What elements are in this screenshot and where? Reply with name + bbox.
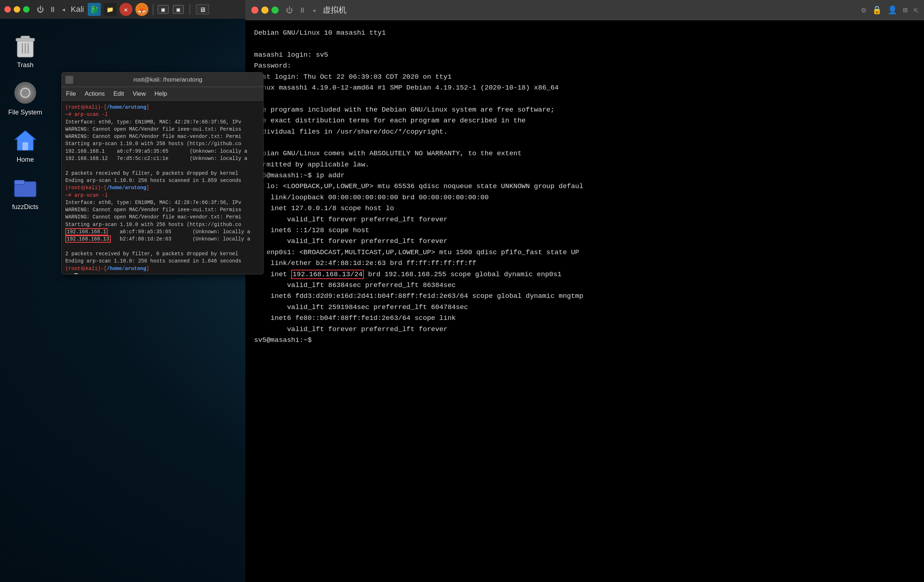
vm-settings-icon[interactable]: ⚙ — [861, 5, 866, 15]
terminal-icon — [65, 76, 73, 84]
kali-topbar: ⏻ ⏸ ◂ Kali 🐉 📁 ✕ 🦊 ▣ ▣ 🖥 — [0, 0, 246, 19]
kali-window-title: Kali — [71, 5, 84, 14]
kali-minimize-button[interactable] — [14, 6, 20, 13]
vm-traffic-lights — [251, 7, 279, 14]
fuzzdicts-svg — [14, 177, 37, 197]
kali-red-icon[interactable]: ✕ — [119, 3, 132, 16]
vm-maximize-button[interactable] — [271, 7, 279, 14]
firefox-icon[interactable]: 🦊 — [135, 3, 148, 16]
kali-term-title: root@kali: /home/arutong — [76, 76, 259, 83]
vm-power-icon[interactable]: ⏻ — [286, 6, 293, 15]
trash-icon[interactable]: Trash — [12, 33, 38, 69]
vm-user-icon[interactable]: 👤 — [888, 5, 897, 15]
vm-lock-icon[interactable]: 🔒 — [872, 5, 882, 15]
kali-term-titlebar: root@kali: /home/arutong — [62, 73, 263, 87]
home-icon[interactable]: Home — [12, 127, 38, 164]
vm-close-button[interactable] — [251, 7, 258, 14]
kali-traffic-lights — [4, 6, 30, 13]
vm-external-icon[interactable]: ⇱ — [914, 5, 918, 15]
home-svg — [14, 129, 37, 151]
kali-maximize-button[interactable] — [23, 6, 30, 13]
kali-close-button[interactable] — [4, 6, 11, 13]
kali-term-body[interactable]: (root㉿kali)-[/home/arutong] ─# arp-scan … — [62, 101, 263, 274]
vm-titlebar-right: ⚙ 🔒 👤 ⊞ ⇱ — [861, 5, 918, 15]
svg-rect-9 — [15, 180, 25, 185]
kali-term-menubar: File Actions Edit View Help — [62, 87, 263, 101]
trash-svg — [15, 33, 36, 58]
back-icon[interactable]: ◂ — [61, 5, 66, 14]
dragon-icon[interactable]: 🐉 — [88, 3, 101, 16]
vm-window-controls: ⏻ ⏸ ◂ — [286, 6, 316, 15]
menu-actions[interactable]: Actions — [84, 90, 105, 98]
trash-image — [12, 33, 38, 58]
vm-window: ⏻ ⏸ ◂ 虚拟机 ⚙ 🔒 👤 ⊞ ⇱ Debian GNU/Linux 10 … — [246, 0, 924, 582]
home-label: Home — [16, 156, 34, 164]
fs-inner-circle — [20, 88, 30, 98]
trash-label: Trash — [17, 61, 33, 69]
vm-back-icon[interactable]: ◂ — [312, 6, 316, 15]
vm-resize-icon[interactable]: ⊞ — [903, 5, 908, 15]
desktop: ⏻ ⏸ ◂ Kali 🐉 📁 ✕ 🦊 ▣ ▣ 🖥 — [0, 0, 924, 582]
menu-file[interactable]: File — [66, 90, 76, 98]
svg-rect-2 — [16, 38, 35, 41]
desktop-icons-area: Trash File System Home — [0, 25, 51, 218]
separator2 — [190, 4, 190, 15]
vm-titlebar: ⏻ ⏸ ◂ 虚拟机 ⚙ 🔒 👤 ⊞ ⇱ — [246, 0, 924, 20]
filesystem-icon[interactable]: File System — [8, 80, 42, 116]
vm-minimize-button[interactable] — [261, 7, 269, 14]
vm-pause-icon[interactable]: ⏸ — [299, 6, 306, 15]
svg-rect-7 — [22, 142, 28, 150]
vm-body[interactable]: Debian GNU/Linux 10 masashi tty1 masashi… — [246, 20, 924, 582]
separator — [153, 4, 153, 15]
folder-icon[interactable]: 📁 — [104, 3, 117, 16]
kali-taskbar: 🐉 📁 ✕ 🦊 ▣ ▣ 🖥 — [88, 3, 209, 16]
screen-icon1[interactable]: ▣ — [158, 5, 168, 14]
home-image — [12, 127, 38, 153]
vm-window-title: 虚拟机 — [323, 5, 346, 15]
power-icon[interactable]: ⏻ — [37, 5, 44, 14]
filesystem-label: File System — [8, 109, 42, 116]
fs-circle — [15, 82, 36, 104]
menu-help[interactable]: Help — [155, 90, 167, 98]
filesystem-image — [12, 80, 38, 106]
fuzzdicts-icon[interactable]: fuzzDicts — [12, 174, 38, 211]
fuzzdicts-label: fuzzDicts — [12, 203, 38, 211]
kali-terminal-window: root@kali: /home/arutong File Actions Ed… — [61, 72, 264, 274]
pause-icon[interactable]: ⏸ — [49, 5, 56, 14]
menu-edit[interactable]: Edit — [113, 90, 124, 98]
kali-window-controls: ⏻ ⏸ ◂ — [37, 5, 66, 14]
menu-view[interactable]: View — [132, 90, 146, 98]
screen-icon2[interactable]: ▣ — [173, 5, 184, 14]
fuzzdicts-image — [12, 174, 38, 200]
monitor-icon[interactable]: 🖥 — [196, 4, 209, 15]
